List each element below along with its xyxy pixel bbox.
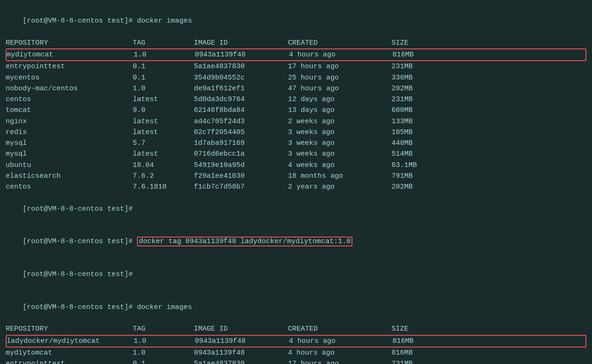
cell-tag: latest (133, 116, 194, 127)
cell-created: 17 hours ago (288, 61, 392, 72)
table-row: elasticsearch7.6.2f29a1ee4103018 months … (6, 171, 586, 182)
cell-id: 02c7f2054405 (194, 127, 288, 138)
cell-id: 0943a1139f48 (195, 49, 289, 60)
cell-repo: entrypointtest (6, 358, 133, 364)
cell-id: 354d9b04552c (194, 72, 288, 83)
cmd-5: docker images (137, 303, 192, 311)
table-row: ladydocker/mydiytomcat1.00943a1139f484 h… (6, 335, 586, 348)
table-row: redislatest02c7f20544053 weeks ago105MB (6, 127, 586, 138)
cell-created: 17 hours ago (288, 358, 392, 364)
cell-size: 791MB (392, 171, 448, 182)
cell-repo: redis (6, 127, 133, 138)
cell-id: f29a1ee41030 (194, 171, 288, 182)
cell-size: 202MB (392, 182, 448, 192)
col-header-repo-1: REPOSITORY (6, 38, 133, 48)
cell-id: 5a1ae4837830 (194, 61, 288, 72)
cell-repo: centos (6, 94, 133, 105)
cell-repo: mydiytomcat (7, 49, 134, 60)
col-header-created-2: CREATED (288, 324, 392, 334)
cell-repo: ubuntu (6, 160, 133, 171)
table-header-2: REPOSITORY TAG IMAGE ID CREATED SIZE (6, 324, 586, 334)
cell-tag: 7.6.2 (133, 171, 194, 182)
cell-size: 202MB (392, 83, 448, 94)
cell-id: 62146f8bda84 (194, 105, 288, 116)
col-header-tag-2: TAG (133, 324, 194, 334)
table-row: mydiytomcat1.00943a1139f484 hours ago816… (6, 348, 586, 358)
cell-tag: 5.7 (133, 138, 194, 149)
cell-id: 0943a1139f48 (194, 348, 288, 358)
prompt-3: [root@VM-8-8-centos test]# (23, 237, 137, 245)
cell-repo: elasticsearch (6, 171, 133, 182)
prompt-line-4: [root@VM-8-8-centos test]# (6, 258, 586, 291)
cell-tag: 1.0 (134, 336, 195, 347)
prompt-1: [root@VM-8-8-centos test]# (23, 17, 137, 25)
cell-tag: 7.6.1810 (133, 182, 194, 192)
cell-size: 63.1MB (392, 160, 448, 171)
cell-id: 0716d6ebcc1a (194, 149, 288, 159)
cell-id: f1cb7c7d58b7 (194, 182, 288, 192)
table-row: entrypointtest0.15a1ae483783017 hours ag… (6, 61, 586, 72)
cell-tag: latest (133, 149, 194, 159)
table-header-1: REPOSITORY TAG IMAGE ID CREATED SIZE (6, 38, 586, 48)
cell-repo: centos (6, 182, 133, 192)
cell-size: 514MB (392, 149, 448, 159)
cell-created: 4 hours ago (289, 49, 392, 60)
cell-created: 12 days ago (288, 94, 392, 105)
cell-repo: tomcat (6, 105, 133, 116)
cell-tag: latest (133, 94, 194, 105)
cell-id: 1d7aba917169 (194, 138, 288, 149)
cell-created: 2 weeks ago (288, 116, 392, 127)
cell-created: 47 hours ago (288, 83, 392, 94)
cell-repo: nginx (6, 116, 133, 127)
cell-id: 5a1ae4837830 (194, 358, 288, 364)
cell-created: 2 years ago (288, 182, 392, 192)
cell-id: 0943a1139f48 (195, 336, 289, 347)
cell-id: 5d0da3dc9764 (194, 94, 288, 105)
cell-size: 231MB (392, 94, 448, 105)
cell-created: 18 months ago (288, 171, 392, 182)
cell-id: de9a1f612ef1 (194, 83, 288, 94)
command-line-5: [root@VM-8-8-centos test]# docker images (6, 291, 586, 324)
col-header-size-1: SIZE (392, 38, 448, 48)
prompt-line-2: [root@VM-8-8-centos test]# (6, 192, 586, 225)
col-header-created-1: CREATED (288, 38, 392, 48)
table-row: nginxlatestad4c705f24d32 weeks ago133MB (6, 116, 586, 127)
cell-tag: 1.0 (133, 83, 194, 94)
table-row: centos7.6.1810f1cb7c7d58b72 years ago202… (6, 182, 586, 192)
cmd-3: docker tag 0943a1139f48 ladydocker/mydiy… (137, 237, 352, 246)
col-header-id-2: IMAGE ID (194, 324, 288, 334)
table-row: mydiytomcat1.00943a1139f484 hours ago816… (6, 48, 586, 61)
prompt-2: [root@VM-8-8-centos test]# (23, 205, 137, 213)
cell-created: 3 weeks ago (288, 149, 392, 159)
cell-tag: 1.0 (134, 49, 195, 60)
cmd-1: docker images (137, 17, 192, 25)
terminal: [root@VM-8-8-centos test]# docker images… (6, 5, 586, 364)
table-row: mysql5.71d7aba9171693 weeks ago448MB (6, 138, 586, 149)
cell-size: 816MB (392, 336, 449, 347)
table-row: tomcat9.062146f8bda8413 days ago680MB (6, 105, 586, 116)
col-header-id-1: IMAGE ID (194, 38, 288, 48)
cell-size: 133MB (392, 116, 448, 127)
col-header-tag-1: TAG (133, 38, 194, 48)
cell-created: 13 days ago (288, 105, 392, 116)
cell-created: 3 weeks ago (288, 127, 392, 138)
cell-repo: mycentos (6, 72, 133, 83)
cell-size: 816MB (392, 49, 449, 60)
cell-size: 680MB (392, 105, 448, 116)
table-row: centoslatest5d0da3dc976412 days ago231MB (6, 94, 586, 105)
cell-repo: mysql (6, 149, 133, 159)
table-row: mycentos0.1354d9b04552c25 hours ago336MB (6, 72, 586, 83)
cell-repo: nobody-mac/centos (6, 83, 133, 94)
cell-tag: 0.1 (133, 61, 194, 72)
cell-id: ad4c705f24d3 (194, 116, 288, 127)
col-header-size-2: SIZE (392, 324, 448, 334)
cell-created: 4 hours ago (288, 348, 392, 358)
prompt-4: [root@VM-8-8-centos test]# (23, 270, 137, 278)
table-rows-1: mydiytomcat1.00943a1139f484 hours ago816… (6, 48, 586, 192)
cell-tag: 0.1 (133, 358, 194, 364)
command-line-3: [root@VM-8-8-centos test]# docker tag 09… (6, 225, 586, 258)
cell-tag: latest (133, 127, 194, 138)
table-row: mysqllatest0716d6ebcc1a3 weeks ago514MB (6, 149, 586, 159)
cell-tag: 9.0 (133, 105, 194, 116)
table-row: entrypointtest0.15a1ae483783017 hours ag… (6, 358, 586, 364)
